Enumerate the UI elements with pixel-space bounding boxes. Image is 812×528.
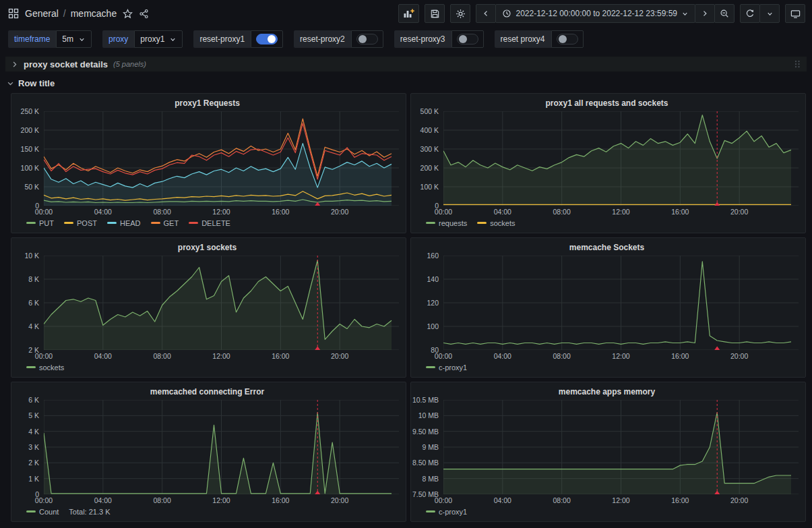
variable-select-proxy[interactable]: proxy1 <box>134 30 183 48</box>
legend-swatch <box>189 222 198 224</box>
plot-area <box>443 256 799 350</box>
plot-area <box>44 111 399 206</box>
variable-reset-proxy2: reset-proxy2 <box>294 30 383 48</box>
drag-handle-icon[interactable] <box>793 59 801 69</box>
variable-reset-proxy3: reset-proxy3 <box>394 30 484 48</box>
toggle-switch[interactable] <box>356 34 378 45</box>
legend-item-sockets[interactable]: sockets <box>477 219 515 227</box>
breadcrumb-page[interactable]: memcache <box>71 8 117 19</box>
x-tick-label: 08:00 <box>553 208 571 216</box>
caret-down-icon <box>766 10 774 18</box>
variable-toggle-reset-proxy2[interactable] <box>351 30 383 48</box>
variable-toggle-reset-proxy4[interactable] <box>551 30 584 48</box>
y-tick-label: 5 K <box>28 411 39 419</box>
breadcrumb-section[interactable]: General <box>25 8 59 19</box>
x-tick-label: 00:00 <box>35 208 53 216</box>
y-tick-label: 300 K <box>420 145 439 153</box>
y-tick-label: 4 K <box>28 428 39 436</box>
x-tick-label: 08:00 <box>154 352 171 360</box>
refresh-interval-button[interactable] <box>759 4 780 23</box>
save-dashboard-button[interactable] <box>425 4 445 23</box>
refresh-button[interactable] <box>740 4 760 23</box>
row-row-title[interactable]: Row title <box>0 77 812 93</box>
y-tick-label: 400 K <box>420 126 439 134</box>
panel-title[interactable]: memcache Sockets <box>415 240 799 256</box>
y-tick-label: 6 K <box>28 396 39 404</box>
cycle-view-button[interactable] <box>785 4 805 23</box>
legend-item-count[interactable]: Count <box>26 508 59 516</box>
y-tick-label: 10.5 MB <box>412 396 439 404</box>
add-panel-icon <box>403 8 414 19</box>
toggle-switch[interactable] <box>256 34 278 45</box>
zoom-out-button[interactable] <box>714 4 735 23</box>
top-nav: General / memcache <box>0 0 812 27</box>
y-tick-label: 500 K <box>420 107 439 115</box>
legend-item-put[interactable]: PUT <box>26 219 54 227</box>
legend-item-sockets[interactable]: sockets <box>26 363 64 372</box>
variable-toggle-reset-proxy1[interactable] <box>251 30 283 48</box>
y-axis-labels: 250 K200 K150 K100 K50 K0 <box>15 111 44 206</box>
panel-title[interactable]: memcached connecting Error <box>15 384 399 400</box>
variable-toggle-reset-proxy3[interactable] <box>451 30 484 48</box>
legend-label: c-proxy1 <box>439 363 467 372</box>
toggle-switch[interactable] <box>557 34 578 45</box>
toggle-knob <box>559 35 567 43</box>
apps-grid-icon[interactable] <box>8 8 19 19</box>
y-axis-labels: 16014012010080 <box>415 256 443 350</box>
y-tick-label: 10 MB <box>418 411 439 419</box>
legend-label: Count <box>39 508 59 516</box>
panel-title[interactable]: proxy1 Requests <box>15 96 399 111</box>
add-panel-button[interactable] <box>398 4 419 23</box>
chart-svg <box>44 400 399 494</box>
legend-item-requests[interactable]: requests <box>426 219 467 227</box>
variable-label: proxy <box>102 30 134 48</box>
variable-reset-proxy1: reset-proxy1 <box>193 30 283 48</box>
toggle-switch[interactable] <box>457 34 478 45</box>
y-tick-label: 3 K <box>28 443 39 451</box>
legend-swatch <box>477 222 487 224</box>
legend-swatch <box>26 222 36 224</box>
legend-item-head[interactable]: HEAD <box>107 219 141 227</box>
panel-title[interactable]: proxy1 sockets <box>15 240 399 256</box>
panel-proxy1-all-requests-and-sockets: proxy1 all requests and sockets 500 K400… <box>410 93 806 233</box>
chevron-down-icon <box>7 80 14 87</box>
time-back-button[interactable] <box>476 4 496 23</box>
toggle-knob <box>268 35 276 43</box>
legend-item-delete[interactable]: DELETE <box>189 219 230 227</box>
y-tick-label: 4 K <box>28 322 39 330</box>
row-title: proxy socket details <box>24 59 108 69</box>
x-tick-label: 08:00 <box>154 496 171 504</box>
x-tick-label: 20:00 <box>331 352 348 360</box>
caret-down-icon <box>169 36 177 43</box>
dashboard-settings-button[interactable] <box>450 4 470 23</box>
chart-area: 500 K400 K300 K200 K100 K0 <box>415 111 799 206</box>
variable-select-timeframe[interactable]: 5m <box>56 30 92 48</box>
y-tick-label: 2 K <box>28 459 39 467</box>
share-icon[interactable] <box>139 9 149 19</box>
time-range-text: 2022-12-12 00:00:00 to 2022-12-12 23:59:… <box>516 9 677 18</box>
x-axis-labels: 00:0004:0008:0012:0016:0020:00 <box>44 350 399 361</box>
y-tick-label: 100 K <box>420 183 439 191</box>
legend-item-get[interactable]: GET <box>151 219 179 227</box>
chart-area: 10 K8 K6 K4 K2 K <box>15 256 399 350</box>
x-tick-label: 00:00 <box>35 352 53 360</box>
legend-item-c-proxy1[interactable]: c-proxy1 <box>426 363 467 372</box>
legend-item-post[interactable]: POST <box>64 219 97 227</box>
star-icon[interactable] <box>123 9 133 19</box>
chevron-left-icon <box>482 9 490 18</box>
legend-swatch <box>151 222 160 224</box>
chart-area: 6 K5 K4 K3 K2 K1 K0 <box>15 400 399 494</box>
row-proxy-socket-details[interactable]: proxy socket details (5 panels) <box>5 57 807 71</box>
plot-area <box>443 400 799 494</box>
cycle-view-icon <box>790 9 801 19</box>
legend-swatch <box>426 510 435 512</box>
x-tick-label: 04:00 <box>494 352 511 360</box>
legend-label: sockets <box>39 363 64 372</box>
legend-item-c-proxy1[interactable]: c-proxy1 <box>426 508 467 516</box>
panel-title[interactable]: proxy1 all requests and sockets <box>415 96 799 111</box>
panel-title[interactable]: memcache apps memory <box>415 384 799 400</box>
variable-label: timeframe <box>8 30 56 48</box>
time-range-button[interactable]: 2022-12-12 00:00:00 to 2022-12-12 23:59:… <box>495 4 695 23</box>
refresh-group <box>740 4 780 23</box>
time-forward-button[interactable] <box>695 4 715 23</box>
